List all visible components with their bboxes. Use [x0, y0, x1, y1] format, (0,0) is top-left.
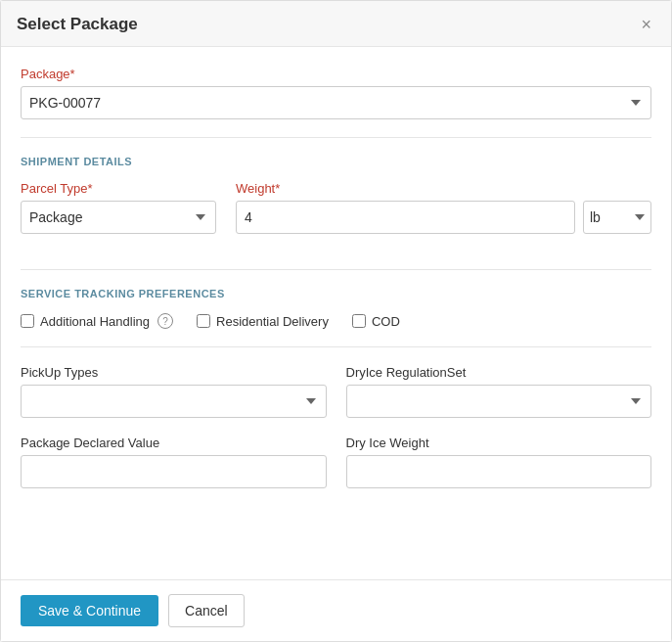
divider-1: [21, 137, 651, 138]
residential-delivery-item: Residential Delivery: [197, 314, 329, 329]
weight-unit-select[interactable]: lb kg oz: [583, 201, 651, 234]
modal-footer: Save & Continue Cancel: [1, 579, 671, 641]
package-field-group: Package* PKG-00077: [21, 67, 651, 119]
weight-input[interactable]: [236, 201, 575, 234]
value-weight-row: Package Declared Value Dry Ice Weight: [21, 436, 651, 506]
dry-ice-regulation-select[interactable]: Set A Set B: [346, 385, 652, 418]
modal-title: Select Package: [17, 15, 138, 34]
weight-row: lb kg oz: [236, 201, 651, 234]
dry-ice-weight-group: Dry Ice Weight: [346, 436, 652, 488]
pickup-types-select[interactable]: Type A Type B: [21, 385, 327, 418]
pickup-types-label: PickUp Types: [21, 365, 327, 380]
additional-handling-item: Additional Handling ?: [21, 313, 173, 329]
cod-item: COD: [352, 314, 400, 329]
close-button[interactable]: ×: [637, 16, 655, 33]
save-continue-button[interactable]: Save & Continue: [21, 595, 158, 626]
checkboxes-group: Additional Handling ? Residential Delive…: [21, 313, 651, 329]
parcel-type-select[interactable]: Package Letter Tube: [21, 201, 216, 234]
weight-group: Weight* lb kg oz: [236, 181, 651, 234]
additional-handling-help-icon[interactable]: ?: [157, 313, 173, 329]
additional-handling-checkbox[interactable]: [21, 314, 34, 328]
cod-label: COD: [372, 314, 400, 329]
modal-body: Package* PKG-00077 SHIPMENT DETAILS Parc…: [1, 47, 671, 579]
dry-ice-weight-label: Dry Ice Weight: [346, 436, 652, 450]
dropdowns-row: PickUp Types Type A Type B DryIce Regula…: [21, 365, 651, 436]
cancel-button[interactable]: Cancel: [168, 594, 245, 627]
parcel-type-group: Parcel Type* Package Letter Tube: [21, 181, 216, 234]
service-tracking-section: SERVICE TRACKING PREFERENCES Additional …: [21, 288, 651, 506]
divider-2: [21, 269, 651, 270]
package-declared-value-label: Package Declared Value: [21, 436, 327, 450]
additional-handling-label: Additional Handling: [40, 314, 150, 329]
residential-delivery-label: Residential Delivery: [216, 314, 329, 329]
modal-header: Select Package ×: [1, 1, 671, 47]
cod-checkbox[interactable]: [352, 314, 366, 328]
shipment-details-section: SHIPMENT DETAILS Parcel Type* Package Le…: [21, 156, 651, 252]
select-package-modal: Select Package × Package* PKG-00077 SHIP…: [0, 0, 672, 642]
divider-3: [21, 346, 651, 347]
dry-ice-weight-input[interactable]: [346, 455, 652, 488]
residential-delivery-checkbox[interactable]: [197, 314, 210, 328]
dry-ice-regulation-label: DryIce RegulationSet: [346, 365, 652, 380]
package-select[interactable]: PKG-00077: [21, 86, 651, 119]
service-tracking-label: SERVICE TRACKING PREFERENCES: [21, 288, 651, 299]
pickup-types-group: PickUp Types Type A Type B: [21, 365, 327, 418]
weight-label: Weight*: [236, 181, 651, 196]
shipment-details-label: SHIPMENT DETAILS: [21, 156, 651, 167]
dry-ice-regulation-group: DryIce RegulationSet Set A Set B: [346, 365, 652, 418]
package-declared-value-input[interactable]: [21, 455, 327, 488]
package-label: Package*: [21, 67, 651, 81]
package-declared-value-group: Package Declared Value: [21, 436, 327, 488]
parcel-type-label: Parcel Type*: [21, 181, 216, 196]
shipment-details-row: Parcel Type* Package Letter Tube Weight*…: [21, 181, 651, 252]
